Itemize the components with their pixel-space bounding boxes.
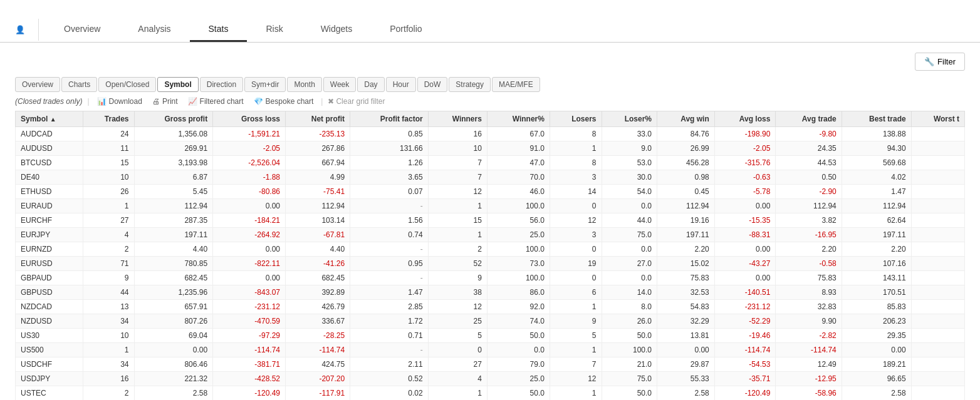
table-cell: 1.47 <box>842 185 911 199</box>
table-cell: 0.95 <box>350 257 429 271</box>
col-profit-factor[interactable]: Profit factor <box>350 111 429 127</box>
table-cell: 29.87 <box>657 357 715 372</box>
subtab-month[interactable]: Month <box>287 77 321 92</box>
filter-icon: 🔧 <box>924 57 934 66</box>
subtab-charts[interactable]: Charts <box>61 77 97 92</box>
nav-tab-overview[interactable]: Overview <box>45 18 119 42</box>
nav-tab-analysis[interactable]: Analysis <box>119 18 189 42</box>
nav-tab-stats[interactable]: Stats <box>190 18 248 42</box>
subtab-maemfe[interactable]: MAE/MFE <box>492 77 540 92</box>
subtab-symdir[interactable]: Sym+dir <box>244 77 286 92</box>
table-cell <box>911 185 964 199</box>
clear-grid-button[interactable]: ✖ Clear grid filter <box>328 97 385 106</box>
nav-tab-widgets[interactable]: Widgets <box>302 18 372 42</box>
table-cell: 569.68 <box>842 156 911 170</box>
table-cell: 392.89 <box>286 285 350 300</box>
table-cell: EURCHF <box>16 213 83 228</box>
table-cell: 807.26 <box>134 314 213 329</box>
subtab-strategy[interactable]: Strategy <box>449 77 491 92</box>
table-cell: US500 <box>16 343 83 357</box>
table-cell: GBPUSD <box>16 285 83 300</box>
table-cell: 50.0 <box>602 329 657 343</box>
table-cell: 56.0 <box>487 213 550 228</box>
table-cell: 1.47 <box>350 285 429 300</box>
subtab-dow[interactable]: DoW <box>417 77 448 92</box>
col-trades[interactable]: Trades <box>83 111 134 127</box>
table-cell: - <box>350 271 429 285</box>
filtered-chart-icon: 📈 <box>188 97 197 106</box>
table-cell: 12 <box>550 213 602 228</box>
col-avg-win[interactable]: Avg win <box>657 111 715 127</box>
nav-tab-portfolio[interactable]: Portfolio <box>371 18 440 42</box>
table-cell: -0.63 <box>714 170 776 185</box>
table-cell: 9 <box>550 314 602 329</box>
subtab-week[interactable]: Week <box>323 77 356 92</box>
col-avg-loss[interactable]: Avg loss <box>714 111 776 127</box>
col-loser-pct[interactable]: Loser% <box>602 111 657 127</box>
table-cell: 424.75 <box>286 357 350 372</box>
page-header <box>0 0 980 18</box>
table-cell: 667.94 <box>286 156 350 170</box>
subtab-direction[interactable]: Direction <box>200 77 243 92</box>
subtab-overview[interactable]: Overview <box>15 77 60 92</box>
table-cell: 19 <box>550 257 602 271</box>
table-cell: 75.83 <box>657 271 715 285</box>
download-button[interactable]: 📊 Download <box>95 96 145 107</box>
bespoke-chart-label: Bespoke chart <box>266 97 314 106</box>
table-cell: 54.0 <box>602 185 657 199</box>
col-worst-trade[interactable]: Worst t <box>911 111 964 127</box>
subtab-symbol[interactable]: Symbol <box>157 77 198 92</box>
table-row: NZDUSD34807.26-470.59336.671.722574.0926… <box>16 314 965 329</box>
subtab-day[interactable]: Day <box>357 77 384 92</box>
table-cell: 44 <box>83 285 134 300</box>
table-cell: -470.59 <box>213 314 286 329</box>
col-best-trade[interactable]: Best trade <box>842 111 911 127</box>
table-cell: 7 <box>428 170 487 185</box>
user-icon: 👤 <box>15 25 25 34</box>
table-cell: EURAUD <box>16 199 83 213</box>
table-cell: 25.0 <box>487 228 550 242</box>
table-cell: 426.79 <box>286 300 350 314</box>
table-cell: 67.0 <box>487 127 550 141</box>
col-avg-trade[interactable]: Avg trade <box>776 111 842 127</box>
nav-tab-risk[interactable]: Risk <box>247 18 301 42</box>
col-gross-loss[interactable]: Gross loss <box>213 111 286 127</box>
table-cell: 1 <box>428 228 487 242</box>
table-cell: -114.74 <box>213 343 286 357</box>
table-cell: 4 <box>83 228 134 242</box>
filter-button[interactable]: 🔧 Filter <box>915 53 965 71</box>
table-cell <box>911 242 964 257</box>
table-cell: 24 <box>83 127 134 141</box>
table-cell: 2.11 <box>350 357 429 372</box>
table-cell: 13.81 <box>657 329 715 343</box>
table-cell: 32.83 <box>776 300 842 314</box>
download-label: Download <box>109 97 142 106</box>
table-cell: -0.58 <box>776 257 842 271</box>
table-cell: 16 <box>83 372 134 386</box>
col-winner-pct[interactable]: Winner% <box>487 111 550 127</box>
col-gross-profit[interactable]: Gross profit <box>134 111 213 127</box>
col-losers[interactable]: Losers <box>550 111 602 127</box>
table-cell: 1.56 <box>350 213 429 228</box>
col-net-profit[interactable]: Net profit <box>286 111 350 127</box>
table-cell: -16.95 <box>776 228 842 242</box>
table-cell: BTCUSD <box>16 156 83 170</box>
table-cell <box>911 386 964 401</box>
table-cell: 8 <box>550 156 602 170</box>
table-cell: 0.0 <box>602 199 657 213</box>
table-cell: 2.20 <box>776 242 842 257</box>
bespoke-chart-button[interactable]: 💎 Bespoke chart <box>251 96 316 107</box>
table-cell: 189.21 <box>842 357 911 372</box>
col-winners[interactable]: Winners <box>428 111 487 127</box>
filtered-chart-button[interactable]: 📈 Filtered chart <box>185 96 246 107</box>
col-symbol[interactable]: Symbol ▲ <box>16 111 83 127</box>
table-cell: NZDCAD <box>16 300 83 314</box>
table-cell: 44.53 <box>776 156 842 170</box>
table-cell: 14.0 <box>602 285 657 300</box>
table-cell: AUDUSD <box>16 141 83 156</box>
print-button[interactable]: 🖨 Print <box>150 96 180 107</box>
subtab-openclosed[interactable]: Open/Closed <box>98 77 156 92</box>
subtab-hour[interactable]: Hour <box>386 77 416 92</box>
table-cell: ETHUSD <box>16 185 83 199</box>
table-cell <box>911 357 964 372</box>
